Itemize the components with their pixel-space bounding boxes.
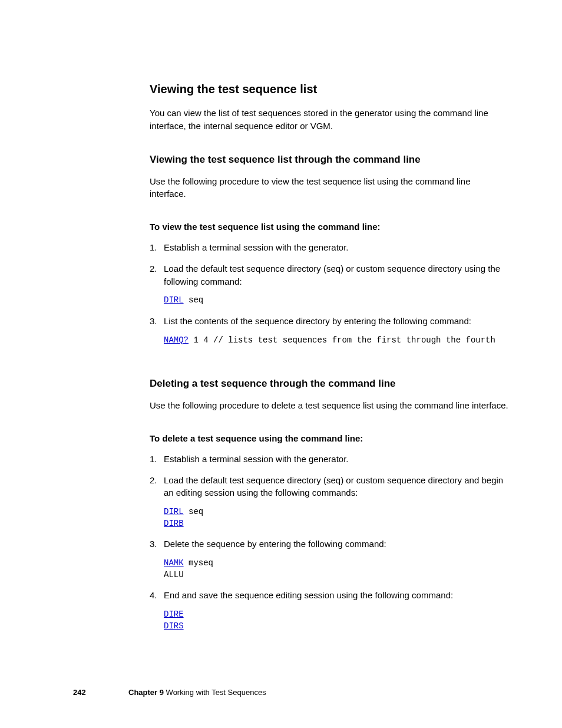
- code-text: seq: [184, 295, 204, 305]
- procedure-list-2: 1. Establish a terminal session with the…: [150, 453, 509, 632]
- intro-para-1: You can view the list of test sequences …: [150, 107, 509, 133]
- step-number: 1.: [150, 453, 157, 466]
- step-item: 2. Load the default test sequence direct…: [164, 474, 509, 530]
- step-text: Establish a terminal session with the ge…: [164, 454, 349, 464]
- step-text: Establish a terminal session with the ge…: [164, 242, 349, 252]
- page-content: Viewing the test sequence list You can v…: [150, 83, 509, 640]
- command-link[interactable]: DIRL: [164, 295, 184, 305]
- code-block: NAMK myseq ALLU: [164, 558, 509, 581]
- code-text: ALLU: [164, 570, 184, 579]
- intro-para-2: Use the following procedure to view the …: [150, 175, 509, 201]
- command-link[interactable]: DIRB: [164, 519, 184, 528]
- footer-chapter-title: Working with Test Sequences: [166, 688, 266, 697]
- step-number: 1.: [150, 241, 157, 254]
- step-text: List the contents of the sequence direct…: [164, 316, 471, 326]
- footer-chapter-prefix: Chapter 9: [128, 688, 164, 697]
- step-item: 3. List the contents of the sequence dir…: [164, 315, 509, 346]
- command-link[interactable]: NAMQ?: [164, 335, 189, 345]
- procedure-list-1: 1. Establish a terminal session with the…: [150, 241, 509, 346]
- code-text: 1 4 // lists test sequences from the fir…: [189, 335, 495, 345]
- step-text: Load the default test sequence directory…: [164, 475, 503, 498]
- step-number: 3.: [150, 538, 157, 551]
- command-link[interactable]: DIRE: [164, 610, 184, 619]
- code-block: DIRE DIRS: [164, 609, 509, 632]
- step-text: End and save the sequence editing sessio…: [164, 590, 453, 600]
- code-text: myseq: [184, 558, 213, 568]
- procedure-heading-2: To delete a test sequence using the comm…: [150, 433, 509, 443]
- step-number: 3.: [150, 315, 157, 328]
- section-title-viewing: Viewing the test sequence list: [150, 83, 509, 96]
- step-item: 1. Establish a terminal session with the…: [164, 453, 509, 466]
- code-block: DIRL seq: [164, 295, 509, 307]
- code-block: NAMQ? 1 4 // lists test sequences from t…: [164, 335, 509, 347]
- step-number: 2.: [150, 262, 157, 275]
- footer-text: Chapter 9 Working with Test Sequences: [128, 688, 266, 697]
- page-number: 242: [73, 688, 86, 697]
- step-item: 4. End and save the sequence editing ses…: [164, 589, 509, 632]
- step-number: 2.: [150, 474, 157, 487]
- command-link[interactable]: NAMK: [164, 558, 184, 568]
- step-item: 1. Establish a terminal session with the…: [164, 241, 509, 254]
- step-number: 4.: [150, 589, 157, 602]
- command-link[interactable]: DIRL: [164, 507, 184, 516]
- intro-para-3: Use the following procedure to delete a …: [150, 399, 509, 412]
- step-text: Delete the sequence by entering the foll…: [164, 539, 386, 549]
- command-link[interactable]: DIRS: [164, 621, 184, 631]
- code-block: DIRL seq DIRB: [164, 506, 509, 529]
- code-text: seq: [184, 507, 204, 516]
- step-text: Load the default test sequence directory…: [164, 263, 500, 286]
- subsection-title-deleting-cli: Deleting a test sequence through the com…: [150, 378, 509, 390]
- step-item: 3. Delete the sequence by entering the f…: [164, 538, 509, 581]
- procedure-heading-1: To view the test sequence list using the…: [150, 222, 509, 232]
- subsection-title-viewing-cli: Viewing the test sequence list through t…: [150, 154, 509, 166]
- step-item: 2. Load the default test sequence direct…: [164, 262, 509, 307]
